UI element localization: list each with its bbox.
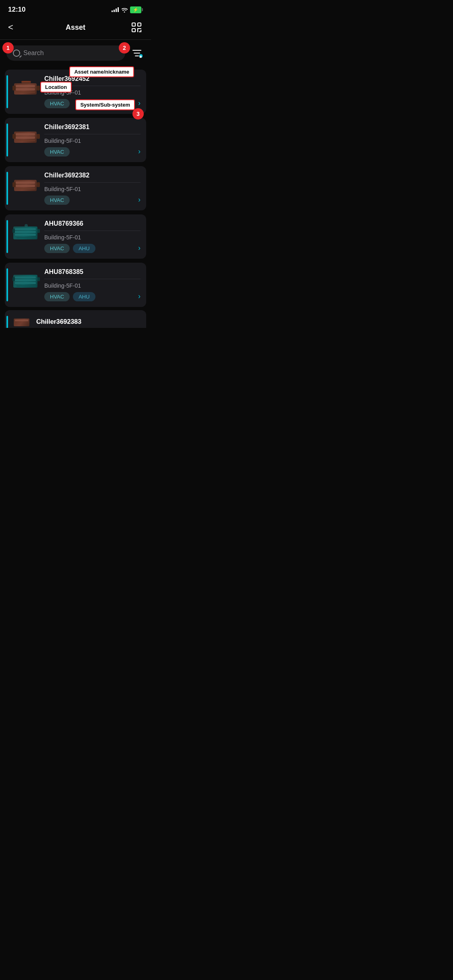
svg-rect-42 [15, 279, 36, 281]
tag-hvac: HVAC [44, 147, 70, 156]
scan-button[interactable] [130, 21, 143, 34]
tag-ahu: AHU [73, 244, 95, 253]
card-arrow-icon[interactable]: › [138, 244, 141, 252]
card-divider [44, 231, 141, 231]
card-info: AHU8769366 Building-5F-01 HVAC AHU [44, 220, 141, 253]
asset-card[interactable]: AHU8769366 Building-5F-01 HVAC AHU › [5, 214, 146, 259]
search-bar[interactable]: Search [6, 45, 125, 61]
svg-rect-23 [16, 140, 35, 141]
svg-rect-0 [132, 23, 135, 26]
asset-card[interactable]: Chiller3692381 Building-5F-01 HVAC › [5, 118, 146, 162]
svg-rect-48 [15, 319, 28, 321]
card-tags: HVAC [44, 147, 141, 156]
asset-image [12, 124, 40, 148]
svg-rect-30 [12, 182, 16, 187]
annotation-label-asset-name: Asset name/nickname [69, 66, 134, 77]
svg-rect-34 [15, 231, 36, 233]
tag-hvac: HVAC [44, 244, 70, 253]
card-accent [6, 268, 8, 301]
card-info: Chiller3692382 Building-5F-01 HVAC [44, 172, 141, 205]
search-placeholder: Search [23, 49, 44, 57]
tag-ahu: AHU [73, 292, 95, 301]
annotation-label-location: Location [40, 82, 72, 93]
tag-hvac: HVAC [44, 292, 70, 301]
svg-rect-25 [37, 134, 40, 139]
wifi-icon [121, 7, 128, 12]
header: < Asset [0, 17, 151, 39]
card-divider [44, 279, 141, 279]
svg-rect-15 [16, 91, 35, 93]
card-divider [44, 134, 141, 134]
svg-rect-43 [15, 282, 36, 284]
tag-hvac: HVAC [44, 99, 70, 108]
partial-asset-image [12, 315, 32, 328]
card-arrow-icon[interactable]: › [138, 147, 141, 156]
svg-rect-29 [16, 188, 35, 189]
asset-list: Asset name/nickname Location System/Sub-… [0, 66, 151, 310]
card-accent [6, 124, 8, 156]
svg-rect-2 [132, 29, 135, 32]
card-arrow-icon[interactable]: › [138, 196, 141, 204]
card-tags: HVAC AHU [44, 292, 141, 301]
battery-icon: ⚡ [130, 6, 143, 13]
annotation-badge-1: 1 [2, 42, 14, 54]
svg-rect-46 [17, 285, 36, 287]
asset-card[interactable]: AHU8768385 Building-5F-01 HVAC AHU › [5, 263, 146, 307]
svg-rect-33 [15, 228, 36, 230]
svg-rect-28 [16, 185, 35, 187]
scan-icon [131, 22, 142, 33]
status-bar: 12:10 ⚡ [0, 0, 151, 17]
card-info: AHU8768385 Building-5F-01 HVAC AHU [44, 268, 141, 301]
svg-rect-21 [16, 133, 35, 136]
card-info: Chiller3692381 Building-5F-01 HVAC [44, 124, 141, 156]
svg-rect-13 [16, 85, 35, 87]
signal-icon [112, 7, 119, 12]
tag-hvac: HVAC [44, 196, 70, 205]
svg-rect-31 [37, 182, 40, 187]
asset-name: AHU8769366 [44, 220, 141, 227]
svg-rect-17 [37, 86, 40, 91]
asset-name: Chiller3692382 [44, 172, 141, 179]
card-arrow-icon[interactable]: › [138, 292, 141, 301]
search-section: 1 Search 2 ≡ [0, 40, 151, 66]
svg-rect-19 [21, 81, 31, 82]
asset-image [12, 173, 40, 197]
svg-rect-45 [37, 277, 40, 281]
card-arrow-icon[interactable]: › [138, 99, 141, 107]
back-button[interactable]: < [8, 22, 21, 33]
asset-card[interactable]: Asset name/nickname Location System/Sub-… [5, 70, 146, 114]
asset-location: Building-5F-01 [44, 138, 141, 144]
asset-name: AHU8768385 [44, 268, 141, 276]
svg-rect-37 [37, 229, 40, 233]
filter-button[interactable]: ≡ [129, 45, 145, 61]
card-accent [6, 316, 8, 328]
annotation-badge-3: 3 [132, 108, 144, 119]
asset-location: Building-5F-01 [44, 234, 141, 241]
asset-name: Chiller3692381 [44, 124, 141, 131]
card-tags: HVAC AHU [44, 244, 141, 253]
card-divider [44, 182, 141, 183]
svg-rect-35 [15, 234, 36, 236]
svg-rect-14 [16, 88, 35, 91]
search-icon [13, 49, 20, 57]
annotation-label-subsystem: System/Sub-system [75, 99, 135, 110]
svg-rect-38 [17, 237, 36, 239]
asset-card[interactable]: Chiller3692382 Building-5F-01 HVAC › [5, 166, 146, 210]
svg-rect-41 [15, 276, 36, 278]
filter-icon: ≡ [131, 47, 143, 59]
asset-image [12, 269, 40, 293]
card-accent [6, 75, 8, 108]
partial-card-container: Chiller3692383 [0, 310, 151, 328]
svg-rect-27 [16, 181, 35, 184]
svg-rect-16 [12, 86, 16, 91]
status-time: 12:10 [8, 6, 25, 14]
annotation-badge-2: 2 [119, 42, 130, 54]
page-title: Asset [21, 23, 130, 32]
partial-asset-card[interactable]: Chiller3692383 [5, 310, 146, 328]
card-accent [6, 220, 8, 253]
asset-location: Building-5F-01 [44, 186, 141, 192]
asset-image [12, 76, 40, 100]
svg-rect-36 [12, 229, 15, 233]
svg-rect-1 [138, 23, 141, 26]
asset-image [12, 221, 40, 245]
